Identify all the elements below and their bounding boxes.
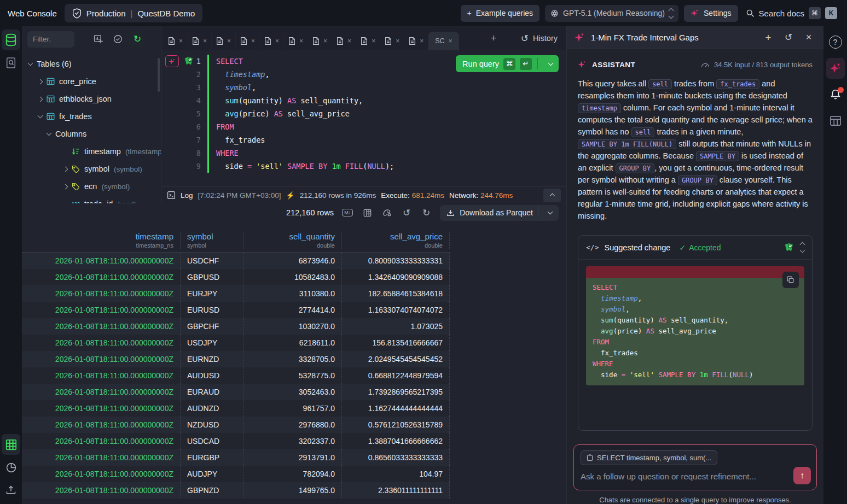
ai-panel-toggle[interactable] [826, 58, 845, 79]
close-tab-icon[interactable]: × [420, 37, 424, 45]
expand-collapse-icon[interactable] [800, 243, 804, 252]
symbol-tag-icon [72, 183, 80, 190]
query-tab[interactable]: × [188, 32, 212, 50]
settings-button[interactable]: Settings [684, 5, 738, 22]
query-tab[interactable]: × [356, 32, 380, 50]
tree-item-trade-id[interactable]: 123trade_id (uuid) [22, 195, 161, 203]
new-tab-button[interactable]: + [491, 32, 497, 44]
table-row[interactable]: 2026-01-08T18:11:00.000000000ZGBPNZD1499… [22, 482, 450, 499]
chat-input-box[interactable]: SELECT timestamp, symbol, sum(... ↑ [573, 444, 817, 490]
notifications-button[interactable] [826, 84, 845, 105]
tree-item-timestamp[interactable]: timestamp (timestamp_ns) [22, 143, 161, 160]
table-row[interactable]: 2026-01-08T18:11:00.000000000ZGBPCHF1030… [22, 318, 450, 335]
instance-badge[interactable]: Production | QuestDB Demo [65, 4, 203, 22]
sql-editor[interactable]: 1SELECT2 timestamp,3 symbol,4 sum(quanti… [161, 50, 566, 186]
column-header-timestamp[interactable]: timestamptimestamp_ns [22, 232, 181, 249]
new-chat-button[interactable]: + [761, 32, 775, 44]
import-button[interactable] [2, 480, 20, 501]
tree-item-columns[interactable]: Columns [22, 125, 161, 143]
copy-code-button[interactable] [782, 272, 799, 288]
tables-explorer-button[interactable] [2, 30, 20, 50]
schema-panel-button[interactable] [826, 110, 845, 131]
table-row[interactable]: 2026-01-08T18:11:00.000000000ZEURAUD3052… [22, 384, 450, 400]
chat-history-button[interactable]: ↺ [781, 32, 796, 43]
close-tab-icon[interactable]: × [396, 37, 399, 45]
chat-input[interactable] [581, 472, 783, 481]
run-query-button[interactable]: Run query ⌘ ↵ [456, 55, 559, 72]
close-tab-icon[interactable]: × [347, 37, 351, 45]
chart-builder-icon[interactable] [381, 208, 393, 218]
query-tab[interactable]: × [404, 32, 428, 50]
close-tab-icon[interactable]: × [299, 37, 303, 45]
run-options-caret[interactable] [543, 56, 558, 71]
table-row[interactable]: 2026-01-08T18:11:00.000000000ZEURNZD3328… [22, 351, 450, 367]
query-tab[interactable]: × [236, 32, 260, 50]
grid-columns-icon[interactable] [361, 208, 373, 218]
query-tab[interactable]: × [308, 32, 332, 50]
table-row[interactable]: 2026-01-08T18:11:00.000000000ZUSDJPY6218… [22, 335, 450, 351]
select-tables-icon[interactable] [109, 31, 126, 48]
markdown-export-icon[interactable]: M↓ [341, 209, 353, 216]
table-row[interactable]: 2026-01-08T18:11:00.000000000ZEURJPY3110… [22, 285, 450, 302]
close-tab-icon[interactable]: × [179, 37, 183, 45]
send-button[interactable]: ↑ [793, 467, 811, 484]
column-header-sell_avg_price[interactable]: sell_avg_pricedouble [342, 232, 450, 249]
collapse-log-button[interactable] [543, 189, 561, 202]
table-row[interactable]: 2026-01-08T18:11:00.000000000ZUSDCHF6873… [22, 253, 450, 269]
download-options-caret[interactable] [543, 206, 556, 219]
tree-item-tables-6-[interactable]: Tables (6) [22, 55, 161, 73]
close-tab-icon[interactable]: × [275, 37, 279, 45]
close-tab-icon[interactable]: × [227, 37, 231, 45]
chat-scroll-area[interactable]: ASSISTANT 34.5K input / 813 output token… [567, 49, 823, 440]
tree-item-ecn[interactable]: ecn (symbol) [22, 178, 161, 195]
filter-input[interactable] [27, 31, 74, 48]
refresh-results-icon[interactable]: ↻ [420, 207, 432, 219]
query-tab[interactable]: × [332, 32, 356, 50]
tree-item-fx-trades[interactable]: fx_trades [22, 108, 161, 125]
tree-item-ethblocks-json[interactable]: ethblocks_json [22, 90, 161, 108]
table-row[interactable]: 2026-01-08T18:11:00.000000000ZGBPUSD1058… [22, 269, 450, 285]
download-parquet-button[interactable]: Download as Parquet [440, 205, 559, 221]
search-docs-button[interactable]: Search docs ⌘ K [744, 7, 839, 19]
table-row[interactable]: 2026-01-08T18:11:00.000000000ZAUDNZD9617… [22, 400, 450, 417]
query-context-chip[interactable]: SELECT timestamp, symbol, sum(... [581, 450, 717, 465]
column-header-sell_quantity[interactable]: sell_quantitydouble [243, 232, 342, 249]
refresh-tables-icon[interactable]: ↻ [129, 31, 146, 48]
query-tab[interactable]: × [284, 32, 308, 50]
grid-view-button[interactable] [2, 434, 20, 455]
tree-item-core-price[interactable]: core_price [22, 73, 161, 90]
log-label[interactable]: Log [181, 191, 193, 200]
ai-assist-button[interactable] [165, 55, 179, 67]
help-button[interactable]: ? [826, 32, 845, 52]
table-row[interactable]: 2026-01-08T18:11:00.000000000ZAUDUSD5328… [22, 367, 450, 384]
close-tab-icon[interactable]: × [203, 37, 207, 45]
close-tab-icon[interactable]: × [449, 37, 452, 45]
chart-view-button[interactable] [2, 457, 20, 478]
designated-timestamp-icon [72, 148, 80, 155]
history-button[interactable]: ↺ History [521, 33, 558, 44]
sidebar-scrollbar[interactable] [158, 58, 160, 92]
results-grid[interactable]: timestamptimestamp_nssymbolsymbolsell_qu… [22, 222, 450, 499]
query-history-icon[interactable]: ↺ [401, 207, 413, 219]
query-tab[interactable]: × [380, 32, 404, 50]
table-row[interactable]: 2026-01-08T18:11:00.000000000ZEURGBP2913… [22, 449, 450, 466]
query-tab[interactable]: × [164, 32, 188, 50]
column-header-symbol[interactable]: symbolsymbol [181, 232, 243, 249]
query-tab[interactable]: × [260, 32, 284, 50]
model-selector[interactable]: GPT-5.1 (Medium Reasoning) [545, 5, 678, 22]
add-matview-icon[interactable] [90, 31, 106, 48]
table-row[interactable]: 2026-01-08T18:11:00.000000000ZNZDUSD2976… [22, 417, 450, 433]
table-row[interactable]: 2026-01-08T18:11:00.000000000ZEURUSD2774… [22, 302, 450, 318]
query-tab[interactable]: × [212, 32, 236, 50]
close-tab-icon[interactable]: × [251, 37, 255, 45]
close-tab-icon[interactable]: × [372, 37, 375, 45]
query-log-button[interactable] [2, 52, 20, 73]
active-query-tab[interactable]: SC× [428, 32, 459, 50]
close-panel-button[interactable]: × [802, 32, 816, 43]
table-row[interactable]: 2026-01-08T18:11:00.000000000ZUSDCAD3202… [22, 433, 450, 449]
file-icon [312, 37, 320, 45]
table-row[interactable]: 2026-01-08T18:11:00.000000000ZAUDJPY7820… [22, 466, 450, 482]
example-queries-button[interactable]: + Example queries [461, 5, 539, 22]
tree-item-symbol[interactable]: symbol (symbol) [22, 160, 161, 178]
close-tab-icon[interactable]: × [323, 37, 327, 45]
